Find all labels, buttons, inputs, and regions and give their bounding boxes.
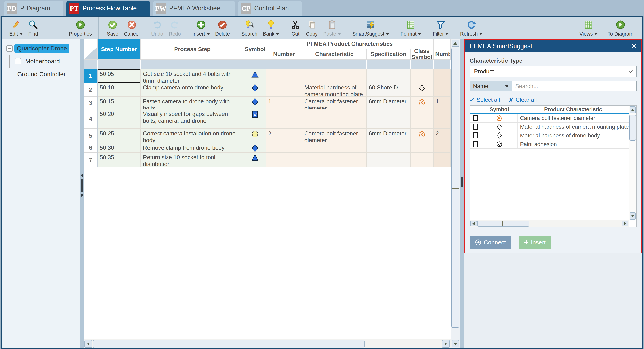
filter-cell[interactable] (434, 60, 451, 69)
panel-splitter[interactable] (460, 39, 464, 348)
cell-specification[interactable]: 6mm Diameter (367, 97, 410, 109)
filter-cell[interactable] (244, 60, 266, 69)
column-header-class-symbol[interactable]: Class Symbol (410, 49, 434, 60)
insert-button-panel[interactable]: + Insert (519, 236, 551, 249)
cell-step-number[interactable]: 50.15 (98, 97, 141, 109)
row-header[interactable]: 2 (84, 83, 98, 97)
row-header[interactable]: 1 (84, 69, 98, 83)
cell-step-number[interactable]: 50.35 (98, 153, 141, 168)
filter-cell[interactable] (367, 60, 410, 69)
cell-characteristic[interactable] (302, 143, 367, 153)
table-horizontal-scrollbar[interactable] (84, 339, 451, 348)
smartsuggest-button[interactable]: SmartSuggest (350, 19, 392, 37)
cell-class-symbol[interactable] (410, 143, 434, 153)
cell-step-number[interactable]: 50.30 (98, 143, 141, 153)
scroll-down-button[interactable] (452, 340, 459, 348)
tab-process-flow-table[interactable]: PT Process Flow Table (66, 1, 150, 16)
characteristic-type-select[interactable]: Product (470, 66, 637, 77)
horizontal-scroll-thumb[interactable] (93, 340, 365, 348)
cell-number-2[interactable]: 1 (434, 97, 451, 109)
row-header[interactable]: 6 (84, 143, 98, 153)
cell-number[interactable] (266, 109, 302, 129)
cell-characteristic[interactable]: Material hardness of camera mounting pla… (302, 83, 367, 97)
insert-button[interactable]: Insert (190, 19, 212, 37)
process-symbol-diamond-icon[interactable] (244, 97, 266, 109)
filter-cell[interactable] (84, 60, 98, 69)
find-button[interactable]: Find (26, 19, 41, 37)
views-button[interactable]: Views (577, 19, 600, 37)
class-symbol-diamond-outline-icon[interactable] (410, 83, 434, 97)
scroll-up-button[interactable] (452, 40, 459, 47)
cell-number[interactable]: 1 (266, 97, 302, 109)
column-header-step-number[interactable]: Step Number (98, 39, 141, 60)
row-checkbox[interactable] (473, 141, 478, 147)
cell-step-number[interactable]: 50.25 (98, 129, 141, 143)
connect-button[interactable]: Connect (470, 236, 511, 249)
horizontal-scroll-thumb[interactable] (477, 221, 530, 227)
cell-specification[interactable] (367, 153, 410, 168)
suggestion-row[interactable]: Material hardness of drone body (470, 131, 636, 140)
process-symbol-inspection-square-icon[interactable]: V (244, 109, 266, 129)
cell-process-step[interactable]: Fasten camera to drone body with bolts (141, 97, 244, 109)
filter-cell[interactable] (141, 60, 244, 69)
paste-button[interactable]: Paste (320, 19, 344, 37)
undo-button[interactable]: Undo (148, 19, 166, 37)
column-header-symbol[interactable]: Symbol (244, 39, 266, 60)
tab-p-diagram[interactable]: PD P-Diagram (4, 1, 63, 16)
tree-item-motherboard[interactable]: + Motherboard (15, 57, 80, 66)
tree-table-splitter[interactable] (80, 39, 84, 348)
row-checkbox[interactable] (473, 132, 478, 138)
expand-expander-icon[interactable]: + (15, 58, 21, 64)
cell-class-symbol[interactable] (410, 69, 434, 83)
table-vertical-scrollbar[interactable] (451, 39, 460, 348)
tree-item-quadcopter-drone[interactable]: − Quadcopter Drone (6, 44, 80, 53)
cell-specification[interactable] (367, 109, 410, 129)
class-symbol-k-pentagon-icon[interactable]: K (410, 97, 434, 109)
cell-process-step[interactable]: Visually inspect for gaps between bolts,… (141, 109, 244, 129)
filter-cell[interactable] (266, 60, 302, 69)
cell-class-symbol[interactable] (410, 153, 434, 168)
cell-number[interactable] (266, 143, 302, 153)
process-symbol-triangle-icon[interactable] (244, 69, 266, 83)
filter-cell[interactable] (410, 60, 434, 69)
refresh-button[interactable]: Refresh (457, 19, 485, 37)
process-symbol-diamond-icon[interactable] (244, 143, 266, 153)
vertical-scroll-thumb[interactable] (452, 48, 459, 328)
cell-specification[interactable] (367, 69, 410, 83)
cell-number[interactable] (266, 83, 302, 97)
product-characteristic-column-header[interactable]: Product Characteristic (518, 106, 629, 113)
splitter-collapse-handle[interactable] (80, 173, 83, 197)
properties-button[interactable]: Properties (66, 19, 95, 37)
filter-button[interactable]: Filter (430, 19, 451, 37)
close-icon[interactable]: ✕ (631, 43, 637, 50)
cell-number-2[interactable] (434, 83, 451, 97)
cell-characteristic[interactable] (302, 69, 367, 83)
cell-characteristic[interactable] (302, 153, 367, 168)
copy-button[interactable]: Copy (303, 19, 320, 37)
cell-characteristic[interactable] (302, 109, 367, 129)
scroll-right-button[interactable] (442, 340, 450, 348)
process-symbol-pentagon-icon[interactable] (244, 129, 266, 143)
row-checkbox[interactable] (473, 115, 478, 121)
edit-button[interactable]: Edit (6, 19, 26, 37)
tree-label-selected[interactable]: Quadcopter Drone (14, 44, 70, 53)
tab-pfmea-worksheet[interactable]: PW PFMEA Worksheet (153, 1, 235, 16)
cell-characteristic[interactable]: Camera bolt fastener diameter (302, 129, 367, 143)
scroll-left-button[interactable] (84, 340, 92, 348)
cell-number-2[interactable]: 2 (434, 129, 451, 143)
suggestion-row[interactable]: K Camera bolt fastener diameter (470, 114, 636, 122)
tree-item-ground-controller[interactable]: Ground Controller (15, 70, 80, 78)
save-button[interactable]: Save (104, 19, 121, 37)
suggestion-row[interactable]: Material hardness of camera mounting pla… (470, 122, 636, 131)
class-symbol-k-pentagon-icon[interactable]: K (410, 129, 434, 143)
group-header-clipped[interactable] (434, 39, 451, 49)
delete-button[interactable]: Delete (212, 19, 233, 37)
cell-specification[interactable]: 6mm Diameter (367, 129, 410, 143)
cell-process-step[interactable]: Correct camera installation on drone bod… (141, 129, 244, 143)
select-all-link[interactable]: ✔ Select all (470, 96, 500, 104)
clear-all-link[interactable]: ✘ Clear all (508, 96, 537, 104)
cell-number-2[interactable] (434, 69, 451, 83)
cancel-button[interactable]: Cancel (121, 19, 142, 37)
search-button[interactable]: Search (238, 19, 260, 37)
list-vertical-scrollbar[interactable] (629, 106, 636, 220)
